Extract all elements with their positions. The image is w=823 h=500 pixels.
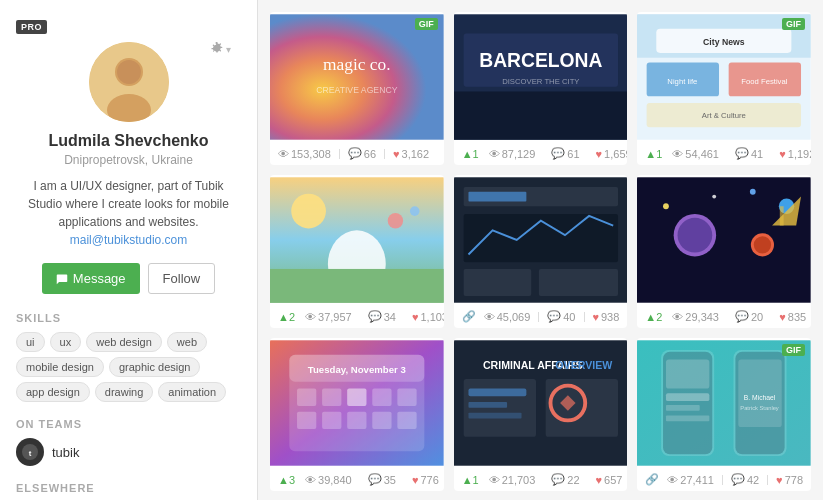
svg-rect-74 <box>666 405 700 411</box>
comments-count: 💬 22 <box>551 473 579 486</box>
team-item[interactable]: t tubik <box>16 438 241 466</box>
svg-rect-66 <box>468 402 507 408</box>
svg-rect-72 <box>666 360 709 389</box>
profile-bio: I am a UI/UX designer, part of Tubik Stu… <box>16 177 241 249</box>
link-icon: 🔗 <box>645 473 659 486</box>
gear-settings[interactable]: ▾ <box>210 42 231 56</box>
likes-count: ♥ 938 <box>592 311 619 323</box>
skill-tag[interactable]: graphic design <box>109 357 201 377</box>
svg-text:Night life: Night life <box>668 77 698 86</box>
pro-badge: PRO <box>16 20 47 34</box>
svg-rect-55 <box>297 412 316 429</box>
portfolio-card[interactable]: CRIMINAL AFFAIRS OVERVIEW ▲1 👁 21,703 💬 … <box>454 338 628 491</box>
svg-rect-67 <box>468 413 521 419</box>
avatar <box>89 42 169 122</box>
svg-text:CREATIVE AGENCY: CREATIVE AGENCY <box>316 85 397 95</box>
card-thumbnail: City News Night life Food Festival Art &… <box>637 12 811 142</box>
svg-rect-57 <box>347 412 366 429</box>
svg-rect-45 <box>780 206 784 225</box>
likes-count: ♥ 3,162 <box>393 148 429 160</box>
comments-count: 💬 35 <box>368 473 396 486</box>
svg-rect-59 <box>397 412 416 429</box>
skills-section: SKILLS uiuxweb designwebmobile designgra… <box>16 312 241 402</box>
svg-rect-27 <box>270 269 444 303</box>
svg-point-29 <box>410 206 420 216</box>
portfolio-card[interactable]: magic co. CREATIVE AGENCY GIF 👁 153,308 … <box>270 12 444 165</box>
card-thumbnail <box>637 175 811 305</box>
portfolio-card[interactable]: ▲2 👁 37,957 💬 34 ♥ 1,103 <box>270 175 444 328</box>
portfolio-card[interactable]: Tuesday, November 3 ▲3 👁 39,840 💬 35 ♥ 7… <box>270 338 444 491</box>
card-thumbnail <box>270 175 444 305</box>
svg-text:OVERVIEW: OVERVIEW <box>555 359 612 371</box>
svg-text:Art & Culture: Art & Culture <box>702 111 746 120</box>
svg-text:DISCOVER THE CITY: DISCOVER THE CITY <box>502 77 579 86</box>
team-logo: t <box>16 438 44 466</box>
svg-rect-75 <box>666 416 709 422</box>
svg-rect-32 <box>468 192 526 202</box>
profile-email[interactable]: mail@tubikstudio.com <box>70 233 188 247</box>
arrow-count-icon: ▲3 <box>278 474 295 486</box>
svg-text:Tuesday, November 3: Tuesday, November 3 <box>308 364 406 375</box>
skill-tag[interactable]: drawing <box>95 382 154 402</box>
profile-location: Dnipropetrovsk, Ukraine <box>16 153 241 167</box>
svg-rect-10 <box>454 91 628 139</box>
svg-point-25 <box>291 194 326 229</box>
follow-button[interactable]: Follow <box>148 263 216 294</box>
likes-count: ♥ 778 <box>776 474 803 486</box>
svg-text:B. Michael: B. Michael <box>744 394 776 401</box>
meta-divider <box>339 149 340 159</box>
svg-point-37 <box>663 203 669 209</box>
likes-count: ♥ 1,192 <box>779 148 811 160</box>
card-meta: ▲3 👁 39,840 💬 35 ♥ 776 <box>270 468 444 491</box>
card-meta: ▲1 👁 54,461 💬 41 ♥ 1,192 <box>637 142 811 165</box>
skill-tag[interactable]: animation <box>158 382 226 402</box>
skill-tag[interactable]: ux <box>50 332 82 352</box>
svg-point-28 <box>388 213 403 228</box>
views-count: 👁 39,840 <box>305 474 352 486</box>
portfolio-grid: magic co. CREATIVE AGENCY GIF 👁 153,308 … <box>270 12 811 491</box>
likes-count: ♥ 1,659 <box>596 148 628 160</box>
comments-count: 💬 40 <box>547 310 575 323</box>
message-button[interactable]: Message <box>42 263 140 294</box>
meta-divider <box>538 312 539 322</box>
comments-count: 💬 20 <box>735 310 763 323</box>
arrow-count-icon: ▲1 <box>462 148 479 160</box>
portfolio-card[interactable]: B. Michael Patrick Stanley GIF🔗 👁 27,411… <box>637 338 811 491</box>
meta-divider <box>722 475 723 485</box>
meta-divider <box>384 149 385 159</box>
svg-text:Food Festival: Food Festival <box>742 77 789 86</box>
skill-tag[interactable]: app design <box>16 382 90 402</box>
arrow-count-icon: ▲1 <box>645 148 662 160</box>
views-count: 👁 27,411 <box>667 474 714 486</box>
teams-section: ON TEAMS t tubik <box>16 418 241 466</box>
svg-text:magic co.: magic co. <box>323 55 390 74</box>
views-count: 👁 45,069 <box>484 311 531 323</box>
skill-tag[interactable]: mobile design <box>16 357 104 377</box>
card-thumbnail: Tuesday, November 3 <box>270 338 444 468</box>
portfolio-card[interactable]: BARCELONA DISCOVER THE CITY ▲1 👁 87,129 … <box>454 12 628 165</box>
skill-tag[interactable]: ui <box>16 332 45 352</box>
portfolio-card[interactable]: ▲2 👁 29,343 💬 20 ♥ 835 <box>637 175 811 328</box>
likes-count: ♥ 657 <box>596 474 623 486</box>
gif-badge: GIF <box>415 18 438 30</box>
gif-badge: GIF <box>782 18 805 30</box>
svg-text:Patrick Stanley: Patrick Stanley <box>741 405 780 411</box>
elsewhere-title: ELSEWHERE <box>16 482 241 494</box>
portfolio-card[interactable]: 🔗 👁 45,069 💬 40 ♥ 938 <box>454 175 628 328</box>
svg-point-43 <box>754 236 771 253</box>
svg-rect-65 <box>468 389 526 397</box>
comments-count: 💬 42 <box>731 473 759 486</box>
arrow-count-icon: ▲2 <box>278 311 295 323</box>
svg-rect-51 <box>322 389 341 406</box>
card-meta: 🔗 👁 27,411 💬 42 ♥ 778 <box>637 468 811 491</box>
svg-point-41 <box>678 218 713 253</box>
team-name: tubik <box>52 445 79 460</box>
skill-tag[interactable]: web <box>167 332 207 352</box>
skills-tags: uiuxweb designwebmobile designgraphic de… <box>16 332 241 402</box>
card-meta: ▲2 👁 29,343 💬 20 ♥ 835 <box>637 305 811 328</box>
skill-tag[interactable]: web design <box>86 332 162 352</box>
views-count: 👁 29,343 <box>672 311 719 323</box>
comments-count: 💬 61 <box>551 147 579 160</box>
portfolio-card[interactable]: City News Night life Food Festival Art &… <box>637 12 811 165</box>
svg-text:t: t <box>29 449 32 458</box>
